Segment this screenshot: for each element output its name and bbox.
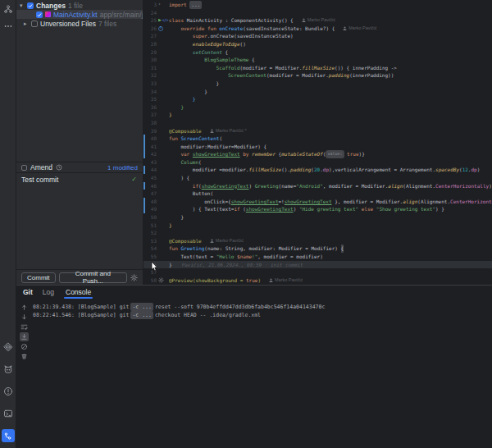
line-number[interactable]: 27: [145, 32, 158, 40]
code-text[interactable]: ScreenContent(modifier = Modifier.paddin…: [169, 71, 492, 80]
line-number[interactable]: 54: [145, 245, 158, 253]
commit-toolwindow-icon[interactable]: [2, 2, 15, 16]
run-icon[interactable]: ▶: [158, 16, 162, 25]
code-line-30[interactable]: 30BlogSampleTheme {: [144, 56, 492, 64]
code-line-45[interactable]: 45) {: [144, 174, 492, 182]
scroll-to-end-icon[interactable]: [20, 332, 29, 341]
code-text[interactable]: if(showGreetingText) Greeting(name="Andr…: [169, 182, 492, 190]
git-panel-title[interactable]: Git: [23, 288, 33, 299]
line-number[interactable]: 39: [145, 127, 158, 135]
commit-button[interactable]: Commit: [21, 272, 56, 283]
code-text[interactable]: fun Greeting(name: String, modifier: Mod…: [169, 245, 492, 253]
line-number[interactable]: 37: [145, 111, 158, 119]
code-line-54[interactable]: 54fun Greeting(name: String, modifier: M…: [144, 245, 492, 253]
code-line-55[interactable]: 55Text(text = "Hello $name!", modifier =…: [144, 253, 492, 261]
code-text[interactable]: enableEdgeToEdge(): [169, 40, 492, 48]
tab-log[interactable]: Log: [41, 288, 56, 299]
line-number[interactable]: 28: [145, 40, 158, 48]
code-line-28[interactable]: 28enableEdgeToEdge(): [144, 40, 492, 48]
line-number[interactable]: 40: [145, 135, 158, 143]
line-number[interactable]: 26: [145, 25, 158, 33]
gemini-icon[interactable]: [2, 341, 15, 354]
code-line-58[interactable]: 58@Preview(showBackground = true)Marko P…: [144, 277, 492, 285]
modified-badge[interactable]: 1 modified: [107, 164, 138, 171]
code-line-40[interactable]: 40fun ScreenContent(: [144, 135, 492, 143]
preview-gutter-icon[interactable]: [158, 277, 164, 283]
code-text[interactable]: }: [169, 88, 492, 96]
code-editor[interactable]: 3›import ...2425▶</>class MainActivity :…: [144, 0, 492, 285]
code-line-27[interactable]: 27super.onCreate(savedInstanceState): [144, 32, 492, 40]
line-number[interactable]: 34: [145, 88, 158, 96]
code-line-49[interactable]: 49) { Text(text=if (showGreetingText) "H…: [144, 205, 492, 213]
fold-chevron-icon[interactable]: ›: [158, 1, 161, 9]
code-text[interactable]: ) {: [169, 174, 492, 182]
history-clock-icon[interactable]: [56, 164, 62, 171]
compose-code-icon[interactable]: </>: [162, 16, 168, 25]
line-number[interactable]: 33: [145, 80, 158, 88]
code-text[interactable]: Text(text = "Hello $name!", modifier = m…: [169, 253, 492, 261]
code-text[interactable]: override fun onCreate(savedInstanceState…: [169, 25, 492, 33]
code-line-53[interactable]: 53@ComposableMarko Pavičić: [144, 237, 492, 245]
code-line-38[interactable]: 38: [144, 119, 492, 127]
line-number[interactable]: 46: [145, 182, 158, 190]
code-text[interactable]: }: [169, 95, 492, 103]
code-text[interactable]: class MainActivity : ComponentActivity()…: [169, 16, 492, 25]
code-line-44[interactable]: 44modifier =modifier.fillMaxSize().paddi…: [144, 166, 492, 174]
line-number[interactable]: 47: [145, 190, 158, 198]
logcat-icon[interactable]: [2, 363, 15, 376]
code-line-34[interactable]: 34}: [144, 88, 492, 96]
line-number[interactable]: 49: [145, 205, 158, 213]
line-number[interactable]: 25: [145, 16, 158, 25]
amend-checkbox[interactable]: [21, 165, 27, 171]
more-toolwindows-icon[interactable]: [2, 20, 15, 33]
version-control-icon[interactable]: [2, 429, 15, 442]
code-line-51[interactable]: 51}: [144, 222, 492, 230]
code-text[interactable]: Column(: [169, 158, 492, 167]
code-line-41[interactable]: 41modifier:Modifier=Modifier) {: [144, 143, 492, 151]
clear-all-icon[interactable]: [20, 342, 29, 351]
code-line-25[interactable]: 25▶</>class MainActivity : ComponentActi…: [144, 16, 492, 25]
console-output[interactable]: 08:21:39.438: [BlogSample] git-c ...rese…: [31, 299, 492, 448]
code-text[interactable]: modifier:Modifier=Modifier) {: [169, 143, 492, 151]
code-line-50[interactable]: 50}: [144, 213, 492, 222]
delete-icon[interactable]: [20, 352, 29, 361]
code-line-57[interactable]: 57: [144, 268, 492, 277]
code-line-35[interactable]: 35}: [144, 95, 492, 103]
code-text[interactable]: onClick={showGreetingText=!showGreetingT…: [169, 198, 492, 206]
code-line-43[interactable]: 43Column(: [144, 158, 492, 167]
line-number[interactable]: 38: [145, 119, 158, 127]
terminal-icon[interactable]: [2, 407, 15, 420]
folded-args-chip[interactable]: -c ...: [130, 311, 153, 319]
code-line-48[interactable]: 48onClick={showGreetingText=!showGreetin…: [144, 198, 492, 206]
override-icon[interactable]: ↑: [158, 26, 163, 31]
code-line-52[interactable]: 52: [144, 229, 492, 237]
code-text[interactable]: setContent {: [169, 48, 492, 57]
line-number[interactable]: 35: [145, 95, 158, 103]
line-number[interactable]: 43: [145, 158, 158, 167]
code-line-56[interactable]: 56}Pavičić, 21.06.2024., 08:59 · init co…: [144, 261, 492, 269]
code-text[interactable]: }: [169, 80, 492, 88]
line-number[interactable]: 55: [145, 253, 158, 261]
line-number[interactable]: 41: [145, 143, 158, 151]
line-number[interactable]: 48: [145, 198, 158, 206]
commit-message-field[interactable]: Test commit ✓: [16, 172, 143, 269]
code-line-32[interactable]: 32ScreenContent(modifier = Modifier.padd…: [144, 71, 492, 80]
code-text[interactable]: }: [169, 103, 492, 112]
unversioned-files-row[interactable]: ▸ Unversioned Files 7 files: [16, 19, 143, 28]
chevron-right-icon[interactable]: ▸: [24, 21, 29, 27]
line-number[interactable]: 53: [145, 237, 158, 245]
code-text[interactable]: Scaffold(modifier = Modifier.fillMaxSize…: [169, 64, 492, 72]
line-number[interactable]: 50: [145, 213, 158, 222]
code-text[interactable]: ) { Text(text=if (showGreetingText) "Hid…: [169, 205, 492, 213]
line-number[interactable]: 30: [145, 56, 158, 64]
code-line-24[interactable]: 24: [144, 9, 492, 17]
code-line-26[interactable]: 26↑override fun onCreate(savedInstanceSt…: [144, 25, 492, 33]
line-number[interactable]: 56: [145, 261, 158, 269]
changed-file-row[interactable]: MainActivity.kt app/src/main/java/net/ba…: [16, 10, 143, 19]
changes-root-row[interactable]: ▾ Changes 1 file: [16, 1, 143, 10]
problems-icon[interactable]: [2, 385, 15, 398]
code-text[interactable]: BlogSampleTheme {: [169, 56, 492, 64]
code-text[interactable]: super.onCreate(savedInstanceState): [169, 32, 492, 40]
chevron-down-icon[interactable]: ▾: [20, 2, 25, 9]
code-text[interactable]: @Preview(showBackground = true)Marko Pav…: [169, 277, 492, 285]
